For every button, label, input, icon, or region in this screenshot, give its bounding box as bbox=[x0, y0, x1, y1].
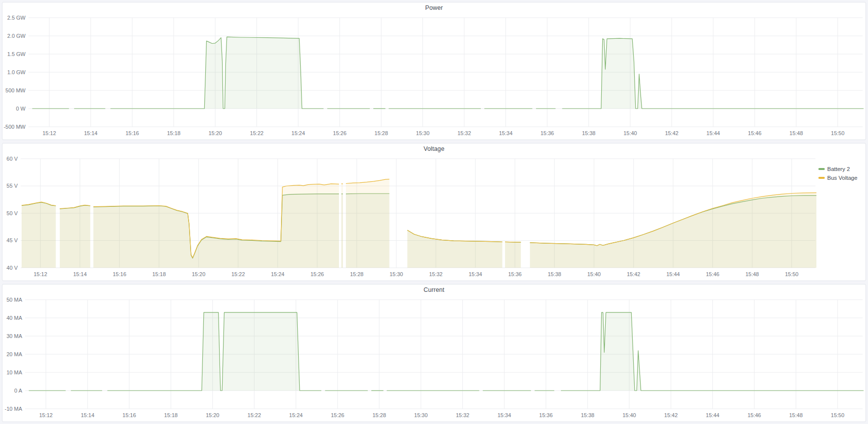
svg-text:0 W: 0 W bbox=[16, 106, 26, 112]
svg-text:15:46: 15:46 bbox=[706, 271, 720, 277]
svg-text:15:14: 15:14 bbox=[73, 271, 87, 277]
legend-label: Bus Voltage bbox=[827, 174, 857, 181]
svg-text:15:28: 15:28 bbox=[374, 130, 388, 136]
svg-text:15:30: 15:30 bbox=[416, 130, 430, 136]
svg-text:15:26: 15:26 bbox=[331, 412, 344, 418]
svg-text:15:22: 15:22 bbox=[250, 130, 264, 136]
svg-text:15:20: 15:20 bbox=[206, 412, 220, 418]
svg-text:15:22: 15:22 bbox=[248, 412, 261, 418]
legend-label: Battery 2 bbox=[827, 166, 850, 172]
svg-text:40 MA: 40 MA bbox=[6, 315, 22, 321]
legend-item-bus-voltage[interactable]: Bus Voltage bbox=[818, 174, 866, 181]
svg-text:15:48: 15:48 bbox=[789, 130, 803, 136]
svg-text:15:44: 15:44 bbox=[706, 412, 720, 418]
svg-text:10 MA: 10 MA bbox=[6, 369, 22, 375]
svg-text:2.0 GW: 2.0 GW bbox=[7, 33, 26, 39]
svg-text:15:12: 15:12 bbox=[33, 271, 47, 277]
svg-text:15:18: 15:18 bbox=[152, 271, 166, 277]
svg-text:15:12: 15:12 bbox=[42, 130, 56, 136]
svg-text:15:32: 15:32 bbox=[429, 271, 443, 277]
voltage-panel-body: 15:1215:1415:1615:1815:2015:2215:2415:26… bbox=[2, 154, 866, 281]
svg-text:15:46: 15:46 bbox=[748, 412, 761, 418]
voltage-legend: Battery 2Bus Voltage bbox=[818, 154, 866, 281]
svg-text:15:32: 15:32 bbox=[456, 412, 470, 418]
svg-text:50 V: 50 V bbox=[6, 210, 18, 216]
voltage-panel-title[interactable]: Voltage bbox=[2, 143, 866, 154]
svg-text:60 V: 60 V bbox=[6, 156, 18, 162]
svg-text:45 V: 45 V bbox=[6, 237, 18, 243]
svg-text:2.5 GW: 2.5 GW bbox=[7, 15, 26, 21]
svg-text:15:38: 15:38 bbox=[581, 412, 594, 418]
svg-text:15:18: 15:18 bbox=[167, 130, 181, 136]
svg-text:-10 MA: -10 MA bbox=[5, 406, 23, 412]
legend-dash-icon bbox=[818, 168, 825, 170]
svg-text:15:46: 15:46 bbox=[748, 130, 762, 136]
svg-text:15:24: 15:24 bbox=[289, 412, 303, 418]
svg-text:50 MA: 50 MA bbox=[6, 297, 22, 303]
svg-text:15:38: 15:38 bbox=[548, 271, 561, 277]
power-panel-body: 15:1215:1415:1615:1815:2015:2215:2415:26… bbox=[2, 13, 866, 140]
svg-text:0 A: 0 A bbox=[14, 388, 23, 394]
svg-text:15:42: 15:42 bbox=[627, 271, 641, 277]
svg-text:15:16: 15:16 bbox=[122, 412, 136, 418]
svg-text:15:48: 15:48 bbox=[789, 412, 803, 418]
current-panel-body: 15:1215:1415:1615:1815:2015:2215:2415:26… bbox=[2, 295, 866, 422]
svg-text:15:50: 15:50 bbox=[785, 271, 799, 277]
svg-text:15:36: 15:36 bbox=[539, 412, 553, 418]
power-panel-title[interactable]: Power bbox=[2, 2, 866, 13]
svg-text:15:16: 15:16 bbox=[112, 271, 126, 277]
svg-text:15:38: 15:38 bbox=[582, 130, 596, 136]
svg-text:15:16: 15:16 bbox=[125, 130, 139, 136]
svg-text:1.0 GW: 1.0 GW bbox=[7, 69, 26, 75]
svg-text:15:44: 15:44 bbox=[666, 271, 680, 277]
svg-text:15:26: 15:26 bbox=[333, 130, 347, 136]
svg-text:15:50: 15:50 bbox=[831, 412, 844, 418]
svg-text:15:20: 15:20 bbox=[192, 271, 205, 277]
svg-text:15:14: 15:14 bbox=[81, 412, 94, 418]
svg-text:15:14: 15:14 bbox=[84, 130, 98, 136]
svg-text:15:22: 15:22 bbox=[231, 271, 245, 277]
current-panel-title[interactable]: Current bbox=[2, 284, 866, 295]
svg-text:15:34: 15:34 bbox=[469, 271, 482, 277]
legend-dash-icon bbox=[818, 177, 825, 179]
svg-text:15:26: 15:26 bbox=[310, 271, 324, 277]
svg-text:1.5 GW: 1.5 GW bbox=[7, 51, 26, 57]
svg-text:15:42: 15:42 bbox=[664, 412, 678, 418]
voltage-chart-canvas[interactable]: 15:1215:1415:1615:1815:2015:2215:2415:26… bbox=[2, 154, 818, 281]
current-panel: Current 15:1215:1415:1615:1815:2015:2215… bbox=[2, 284, 866, 422]
svg-text:15:30: 15:30 bbox=[390, 271, 403, 277]
svg-text:15:40: 15:40 bbox=[587, 271, 601, 277]
svg-text:15:50: 15:50 bbox=[831, 130, 845, 136]
svg-text:15:32: 15:32 bbox=[457, 130, 471, 136]
svg-text:15:30: 15:30 bbox=[414, 412, 428, 418]
svg-text:15:48: 15:48 bbox=[745, 271, 759, 277]
svg-text:15:36: 15:36 bbox=[540, 130, 554, 136]
svg-text:-500 MW: -500 MW bbox=[3, 124, 26, 130]
svg-text:15:28: 15:28 bbox=[350, 271, 364, 277]
svg-text:15:40: 15:40 bbox=[623, 130, 637, 136]
dashboard: Power 15:1215:1415:1615:1815:2015:2215:2… bbox=[0, 0, 868, 424]
power-chart-canvas[interactable]: 15:1215:1415:1615:1815:2015:2215:2415:26… bbox=[2, 13, 866, 140]
svg-text:15:28: 15:28 bbox=[372, 412, 386, 418]
svg-text:15:44: 15:44 bbox=[706, 130, 720, 136]
svg-text:30 MA: 30 MA bbox=[6, 333, 22, 339]
svg-text:55 V: 55 V bbox=[6, 183, 18, 189]
svg-text:15:34: 15:34 bbox=[498, 412, 511, 418]
svg-text:15:12: 15:12 bbox=[39, 412, 53, 418]
svg-text:15:42: 15:42 bbox=[665, 130, 679, 136]
svg-text:15:24: 15:24 bbox=[271, 271, 284, 277]
svg-text:15:24: 15:24 bbox=[291, 130, 305, 136]
svg-text:15:20: 15:20 bbox=[208, 130, 222, 136]
svg-text:15:34: 15:34 bbox=[499, 130, 513, 136]
svg-text:15:40: 15:40 bbox=[622, 412, 636, 418]
svg-text:500 MW: 500 MW bbox=[5, 87, 26, 93]
svg-text:15:36: 15:36 bbox=[508, 271, 522, 277]
svg-text:40 V: 40 V bbox=[6, 265, 18, 271]
svg-text:15:18: 15:18 bbox=[164, 412, 178, 418]
svg-text:20 MA: 20 MA bbox=[6, 351, 22, 357]
power-panel: Power 15:1215:1415:1615:1815:2015:2215:2… bbox=[2, 2, 866, 140]
voltage-panel: Voltage 15:1215:1415:1615:1815:2015:2215… bbox=[2, 143, 866, 281]
legend-item-battery-2[interactable]: Battery 2 bbox=[818, 166, 866, 172]
current-chart-canvas[interactable]: 15:1215:1415:1615:1815:2015:2215:2415:26… bbox=[2, 295, 866, 422]
